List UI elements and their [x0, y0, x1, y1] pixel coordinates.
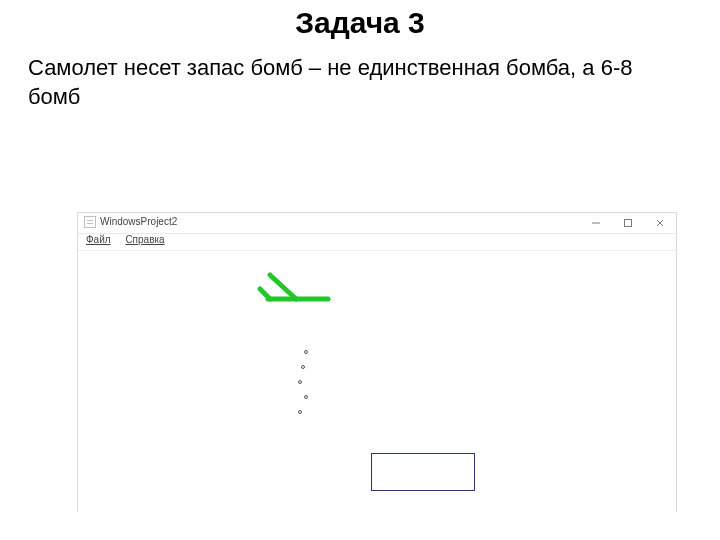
bomb-trail	[298, 339, 308, 425]
slide-title: Задача 3	[0, 6, 720, 40]
target-rectangle	[371, 453, 475, 491]
svg-line-6	[260, 289, 270, 299]
menu-bar: Файл Справка	[78, 234, 676, 251]
bomb-dot	[298, 410, 302, 414]
maximize-icon	[623, 218, 633, 228]
bomb-dot	[301, 365, 305, 369]
close-button[interactable]	[644, 213, 676, 233]
menu-help[interactable]: Справка	[125, 234, 164, 245]
close-icon	[655, 218, 665, 228]
app-window: WindowsProject2	[77, 212, 677, 512]
airplane-icon	[256, 269, 336, 315]
minimize-button[interactable]	[580, 213, 612, 233]
window-title: WindowsProject2	[100, 216, 177, 227]
maximize-button[interactable]	[612, 213, 644, 233]
bomb-dot	[298, 380, 302, 384]
window-buttons	[580, 213, 676, 233]
app-icon	[84, 216, 96, 228]
client-area	[78, 251, 676, 513]
bomb-dot	[304, 395, 308, 399]
slide-body: Самолет несет запас бомб – не единственн…	[28, 54, 688, 111]
svg-rect-1	[625, 220, 632, 227]
window-titlebar: WindowsProject2	[78, 213, 676, 234]
app-screenshot: WindowsProject2	[77, 212, 677, 512]
slide: Задача 3 Самолет несет запас бомб – не е…	[0, 0, 720, 540]
minimize-icon	[591, 218, 601, 228]
menu-file[interactable]: Файл	[86, 234, 111, 245]
bomb-dot	[304, 350, 308, 354]
svg-line-5	[270, 275, 296, 299]
